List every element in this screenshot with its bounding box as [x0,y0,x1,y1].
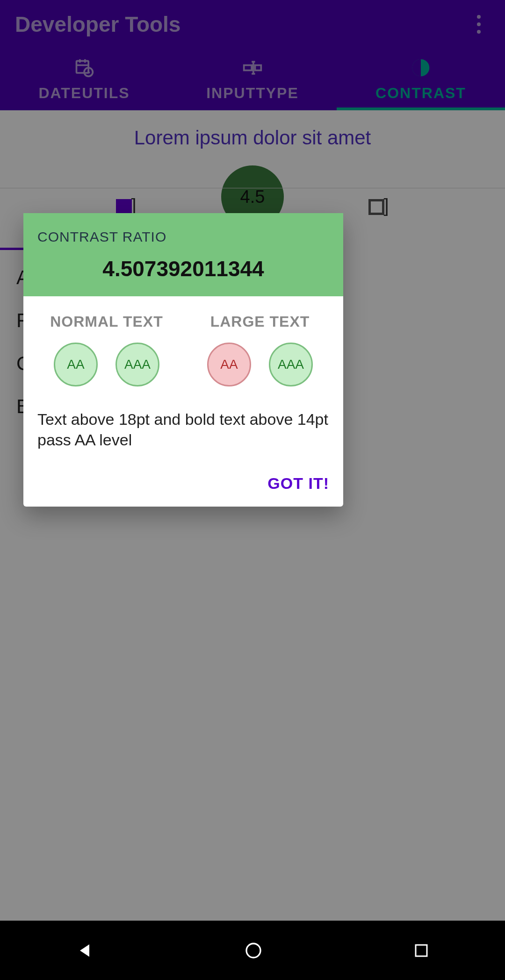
dialog-ratio-value: 4.507392011344 [37,256,329,281]
normal-text-section: NORMAL TEXT AA AAA [37,313,176,386]
dialog-body: NORMAL TEXT AA AAA LARGE TEXT AA AAA Tex… [23,296,343,461]
system-nav-bar [0,921,505,980]
badge-normal-aaa: AAA [115,343,159,386]
section-title: NORMAL TEXT [50,313,163,330]
section-title: LARGE TEXT [210,313,310,330]
badge-large-aaa: AAA [269,343,313,386]
got-it-button[interactable]: GOT IT! [267,474,329,493]
svg-point-5 [246,944,260,958]
badge-large-aa: AA [207,343,251,386]
large-text-section: LARGE TEXT AA AAA [191,313,329,386]
back-button[interactable] [75,941,94,960]
recents-button[interactable] [413,942,430,959]
dialog-title: CONTRAST RATIO [37,229,329,245]
home-button[interactable] [244,941,263,960]
dialog-header: CONTRAST RATIO 4.507392011344 [23,213,343,296]
badge-normal-aa: AA [54,343,98,386]
dialog-message: Text above 18pt and bold text above 14pt… [37,409,329,450]
dialog-actions: GOT IT! [23,461,343,507]
svg-rect-6 [416,945,427,956]
contrast-ratio-dialog: CONTRAST RATIO 4.507392011344 NORMAL TEX… [23,213,343,507]
